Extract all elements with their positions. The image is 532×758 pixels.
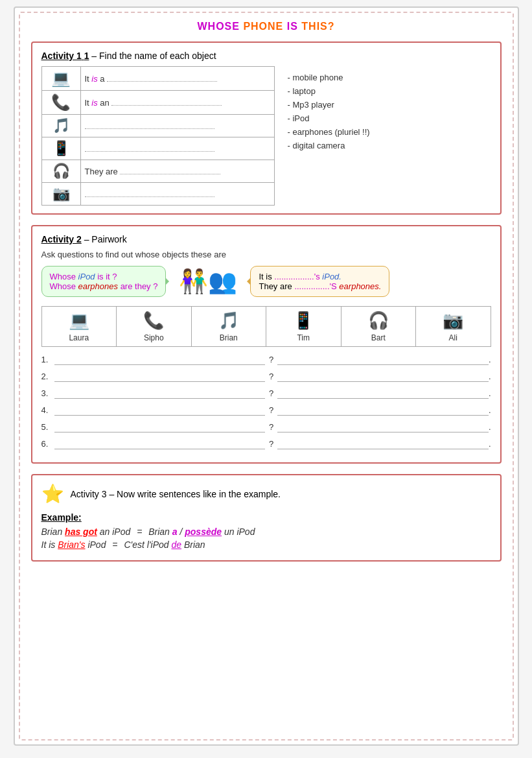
mobile-icon: 📱 — [52, 140, 70, 156]
question-line-1[interactable] — [54, 353, 266, 365]
object-col-ali: 📷 Ali — [416, 307, 491, 346]
question-line-3[interactable] — [54, 387, 266, 399]
object-name-sipho: Sipho — [119, 333, 189, 342]
brians-highlight: Brian's — [58, 539, 85, 550]
activity2-section: Activity 2 – Pairwork Ask questions to f… — [31, 225, 502, 464]
de-highlight: de — [171, 539, 181, 550]
list-item: - earphones (pluriel !!) — [288, 127, 370, 137]
activity2-dialog: Whose iPod is it ? Whose earphones are t… — [41, 266, 491, 297]
title-phone: PHONE — [243, 21, 283, 32]
activity3-label: Activity 3 — [71, 489, 107, 499]
phone-text-cell: It is an — [80, 91, 274, 115]
activity1-label: Activity 1 1 — [41, 51, 89, 61]
numbered-line-6: 6. ? . — [41, 438, 491, 449]
list-item: - mobile phone — [288, 73, 370, 82]
activity3-heading: Activity 3 – Now write sentences like in… — [71, 489, 281, 499]
activity1-table: 💻 It is a 📞 It is an 🎵 — [41, 66, 275, 206]
question-line-2[interactable] — [54, 370, 266, 382]
object-col-sipho: 📞 Sipho — [117, 307, 192, 346]
list-item: - iPod — [288, 113, 370, 123]
activity3-header: ⭐ Activity 3 – Now write sentences like … — [41, 483, 491, 504]
laptop-text-cell: It is a — [80, 67, 274, 91]
object-name-ali: Ali — [419, 333, 488, 342]
example-line-2: It is Brian's iPod = C'est l'iPod de Bri… — [41, 539, 491, 550]
star-icon: ⭐ — [41, 483, 64, 504]
activity2-label: Activity 2 — [41, 234, 82, 244]
worksheet-page: WHOSE PHONE IS THIS? Activity 1 1 – Find… — [14, 6, 519, 746]
earphones-text-cell: They are — [80, 160, 274, 183]
object-col-brian: 🎵 Brian — [192, 307, 267, 346]
possede-highlight: possède — [185, 527, 222, 537]
objects-grid: 💻 Laura 📞 Sipho 🎵 Brian 📱 Tim 🎧 Bart 📷 — [41, 306, 491, 347]
laptop-icon: 💻 — [51, 69, 71, 87]
title-this: THIS? — [301, 21, 334, 32]
laptop-col-icon: 💻 — [45, 311, 114, 331]
activity2-heading: Activity 2 – Pairwork — [41, 234, 491, 244]
mobile-cell: 📱 — [41, 137, 80, 160]
mobile-text-cell — [80, 137, 274, 160]
object-col-laura: 💻 Laura — [42, 307, 117, 346]
object-col-tim: 📱 Tim — [266, 307, 341, 346]
object-col-bart: 🎧 Bart — [341, 307, 417, 346]
table-row: 📞 It is an — [41, 91, 274, 115]
table-row: 🎧 They are — [41, 160, 274, 183]
numbered-line-5: 5. ? . — [41, 421, 491, 432]
camera-icon: 📷 — [52, 185, 70, 202]
phone-col-icon: 📞 — [119, 311, 189, 331]
object-name-brian: Brian — [194, 333, 264, 342]
hasgot-highlight: has got — [65, 527, 97, 537]
answer-line-3[interactable] — [277, 387, 489, 399]
bubble-right-line2: They are ...............'S earphones. — [259, 281, 381, 291]
title-is: IS — [287, 21, 298, 32]
activity3-section: ⭐ Activity 3 – Now write sentences like … — [31, 474, 502, 562]
table-row: 💻 It is a — [41, 67, 274, 91]
mp3-cell: 🎵 — [41, 115, 80, 137]
answer-line-2[interactable] — [277, 370, 489, 382]
earphones-col-icon: 🎧 — [344, 311, 413, 331]
answer-line-6[interactable] — [277, 438, 489, 449]
phone-icon: 📞 — [51, 93, 71, 111]
mp3-icon: 🎵 — [52, 117, 70, 134]
question-line-5[interactable] — [54, 421, 266, 432]
title-whose: WHOSE — [197, 21, 239, 32]
answer-line-4[interactable] — [277, 404, 489, 416]
numbered-line-3: 3. ? . — [41, 387, 491, 399]
earphones-icon: 🎧 — [52, 163, 70, 179]
activity1-heading: Activity 1 1 – Find the name of each obj… — [41, 51, 491, 61]
object-name-tim: Tim — [269, 333, 338, 342]
numbered-line-4: 4. ? . — [41, 404, 491, 416]
list-item: - laptop — [288, 86, 370, 96]
people-icon: 👫👥 — [179, 268, 237, 295]
object-name-laura: Laura — [45, 333, 114, 342]
camera-col-icon: 📷 — [419, 311, 488, 331]
table-row: 📷 — [41, 183, 274, 206]
mp3-col-icon: 🎵 — [194, 311, 264, 331]
laptop-cell: 💻 — [41, 67, 80, 91]
camera-cell: 📷 — [41, 183, 80, 206]
question-line-4[interactable] — [54, 404, 266, 416]
activity1-section: Activity 1 1 – Find the name of each obj… — [31, 41, 502, 215]
av-highlight: a — [172, 527, 178, 537]
activity1-layout: 💻 It is a 📞 It is an 🎵 — [41, 66, 491, 206]
bubble-left-line2: Whose earphones are they ? — [50, 281, 158, 291]
list-item: - Mp3 player — [288, 100, 370, 110]
numbered-line-1: 1. ? . — [41, 353, 491, 365]
numbered-line-2: 2. ? . — [41, 370, 491, 382]
bubble-right-line1: It is .................'s iPod. — [259, 272, 381, 281]
answer-line-1[interactable] — [277, 353, 489, 365]
earphones-cell: 🎧 — [41, 160, 80, 183]
activity2-subtext: Ask questions to find out whose objects … — [41, 250, 491, 259]
list-item: - digital camera — [288, 141, 370, 150]
table-row: 📱 — [41, 137, 274, 160]
question-line-6[interactable] — [54, 438, 266, 449]
example-label: Example: — [41, 512, 491, 523]
bubble-left-line1: Whose iPod is it ? — [50, 272, 158, 281]
word-list: - mobile phone - laptop - Mp3 player - i… — [288, 73, 370, 154]
camera-text-cell — [80, 183, 274, 206]
numbered-lines: 1. ? . 2. ? . 3. ? . 4. — [41, 353, 491, 449]
object-name-bart: Bart — [344, 333, 413, 342]
speech-bubble-right: It is .................'s iPod. They are… — [250, 266, 389, 297]
example-line-1: Brian has got an iPod = Brian a / possèd… — [41, 527, 491, 537]
answer-line-5[interactable] — [277, 421, 489, 432]
phone-cell: 📞 — [41, 91, 80, 115]
